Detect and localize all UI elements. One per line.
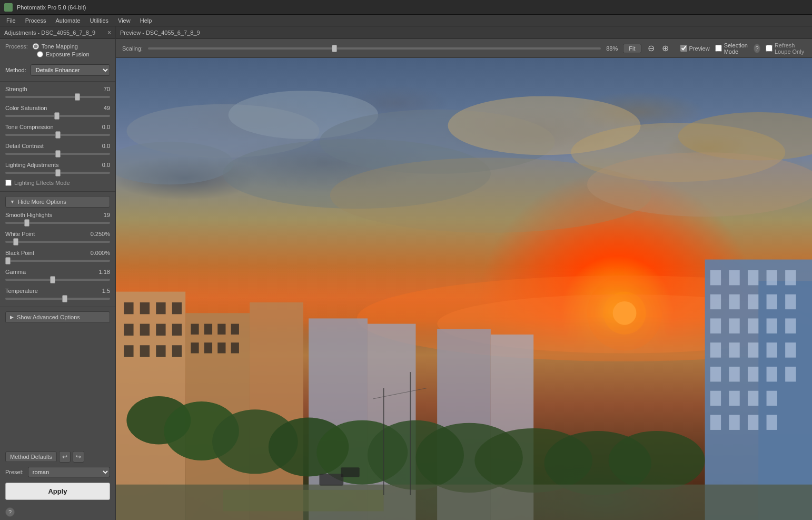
method-label: Method: bbox=[5, 67, 26, 73]
svg-rect-39 bbox=[368, 324, 416, 520]
svg-rect-43 bbox=[758, 281, 812, 520]
svg-point-82 bbox=[368, 420, 464, 490]
cloud-layer bbox=[116, 58, 812, 358]
svg-rect-44 bbox=[710, 270, 721, 285]
left-panel: Adjustments - DSC_4055_6_7_8_9 × Process… bbox=[0, 26, 116, 520]
spacer-1 bbox=[0, 325, 115, 328]
temperature-label: Temperature bbox=[5, 288, 38, 294]
scaling-slider[interactable] bbox=[148, 47, 601, 50]
lighting-effects-mode-checkbox[interactable] bbox=[5, 180, 12, 186]
svg-point-4 bbox=[229, 91, 379, 139]
help-icon[interactable]: ? bbox=[5, 507, 15, 517]
svg-rect-87 bbox=[116, 485, 812, 520]
svg-point-0 bbox=[613, 301, 637, 325]
menu-view[interactable]: View bbox=[114, 16, 135, 25]
temperature-slider[interactable] bbox=[5, 298, 110, 300]
svg-rect-48 bbox=[785, 270, 796, 285]
refresh-loupe-row: Refresh Loupe Only bbox=[766, 42, 806, 55]
right-panel: Preview - DSC_4055_6_7_8_9 Scaling: 88% … bbox=[116, 26, 812, 520]
process-group: Process: Tone Mapping Exposure Fusion bbox=[0, 39, 115, 61]
exposure-fusion-radio[interactable] bbox=[37, 51, 43, 57]
svg-rect-62 bbox=[767, 342, 777, 357]
show-advanced-options-button[interactable]: ▶ Show Advanced Options bbox=[5, 311, 110, 323]
show-advanced-options-label: Show Advanced Options bbox=[17, 314, 80, 320]
temperature-slider-row: Temperature 1.5 bbox=[0, 286, 115, 305]
white-point-slider-row: White Point 0.250% bbox=[0, 229, 115, 248]
lighting-effects-mode-row: Lighting Effects Mode bbox=[0, 179, 115, 189]
svg-rect-65 bbox=[729, 367, 739, 381]
hide-more-options-label: Hide More Options bbox=[18, 199, 66, 205]
gamma-slider-row: Gamma 1.18 bbox=[0, 267, 115, 286]
bottom-controls: Method Defaults ↩ ↪ Preset: roman Defaul… bbox=[0, 447, 115, 504]
svg-rect-34 bbox=[191, 342, 199, 353]
svg-point-12 bbox=[587, 152, 812, 217]
strength-label: Strength bbox=[5, 86, 27, 92]
preset-row: Preset: roman Default Painterly Grunge bbox=[5, 467, 110, 477]
apply-button[interactable]: Apply bbox=[5, 483, 110, 500]
svg-point-84 bbox=[474, 428, 592, 493]
black-point-slider[interactable] bbox=[5, 260, 110, 262]
preset-label: Preset: bbox=[5, 469, 24, 475]
svg-rect-38 bbox=[309, 318, 368, 520]
lighting-adjustments-value: 0.0 bbox=[102, 162, 110, 168]
method-row: Method: Details Enhancer Tone Compressor… bbox=[0, 61, 115, 79]
photo-canvas bbox=[116, 58, 812, 520]
svg-rect-74 bbox=[729, 415, 739, 429]
menu-process[interactable]: Process bbox=[21, 16, 51, 25]
svg-rect-47 bbox=[767, 270, 777, 285]
redo-button[interactable]: ↪ bbox=[73, 451, 84, 463]
zoom-out-button[interactable]: ⊖ bbox=[647, 43, 656, 53]
close-panel-button[interactable]: × bbox=[107, 29, 111, 36]
white-point-slider[interactable] bbox=[5, 241, 110, 243]
exposure-fusion-label: Exposure Fusion bbox=[46, 51, 90, 57]
svg-rect-29 bbox=[172, 345, 182, 357]
black-point-slider-row: Black Point 0.000% bbox=[0, 248, 115, 267]
smooth-highlights-label: Smooth Highlights bbox=[5, 212, 52, 218]
method-defaults-button[interactable]: Method Defaults bbox=[5, 452, 57, 462]
color-saturation-value: 49 bbox=[104, 105, 110, 111]
gamma-slider[interactable] bbox=[5, 279, 110, 281]
lighting-adjustments-slider[interactable] bbox=[5, 172, 110, 174]
method-select[interactable]: Details Enhancer Tone Compressor Contras… bbox=[31, 64, 110, 76]
color-saturation-slider[interactable] bbox=[5, 115, 110, 117]
detail-contrast-slider[interactable] bbox=[5, 153, 110, 155]
svg-rect-17 bbox=[250, 302, 303, 520]
detail-contrast-value: 0.0 bbox=[102, 143, 110, 149]
fit-button[interactable]: Fit bbox=[623, 44, 641, 53]
photo-svg-overlay bbox=[116, 58, 812, 520]
refresh-loupe-checkbox[interactable] bbox=[766, 45, 773, 52]
smooth-highlights-slider[interactable] bbox=[5, 222, 110, 224]
preview-checkbox[interactable] bbox=[680, 45, 687, 52]
lighting-effects-mode-label: Lighting Effects Mode bbox=[14, 180, 70, 186]
app-title: Photomatix Pro 5.0 (64-bit) bbox=[17, 4, 86, 11]
hide-more-options-button[interactable]: ▼ Hide More Options bbox=[5, 196, 110, 208]
menu-automate[interactable]: Automate bbox=[51, 16, 84, 25]
strength-slider[interactable] bbox=[5, 96, 110, 98]
svg-rect-30 bbox=[191, 324, 199, 335]
temperature-value: 1.5 bbox=[102, 288, 110, 294]
scaling-label: Scaling: bbox=[122, 45, 143, 52]
color-saturation-label: Color Saturation bbox=[5, 105, 47, 111]
tone-compression-slider[interactable] bbox=[5, 134, 110, 136]
svg-rect-20 bbox=[156, 302, 165, 314]
svg-rect-35 bbox=[204, 342, 212, 353]
undo-button[interactable]: ↩ bbox=[59, 451, 71, 463]
svg-rect-76 bbox=[767, 415, 777, 429]
svg-rect-59 bbox=[710, 342, 721, 357]
svg-rect-88 bbox=[223, 490, 383, 512]
svg-point-3 bbox=[126, 104, 319, 158]
svg-rect-18 bbox=[124, 302, 133, 314]
menu-utilities[interactable]: Utilities bbox=[86, 16, 113, 25]
zoom-in-button[interactable]: ⊕ bbox=[661, 43, 670, 53]
process-label: Process: bbox=[5, 43, 28, 50]
menu-file[interactable]: File bbox=[2, 16, 20, 25]
tone-mapping-radio[interactable] bbox=[33, 43, 39, 50]
preset-select[interactable]: roman Default Painterly Grunge bbox=[28, 467, 110, 477]
menu-help[interactable]: Help bbox=[136, 16, 156, 25]
selection-mode-help-icon[interactable]: ? bbox=[754, 44, 760, 53]
divider-3 bbox=[0, 307, 115, 307]
selection-mode-checkbox[interactable] bbox=[715, 45, 722, 52]
svg-rect-28 bbox=[156, 345, 165, 357]
black-point-label: Black Point bbox=[5, 250, 34, 256]
toggle-arrow-icon: ▼ bbox=[10, 199, 15, 204]
